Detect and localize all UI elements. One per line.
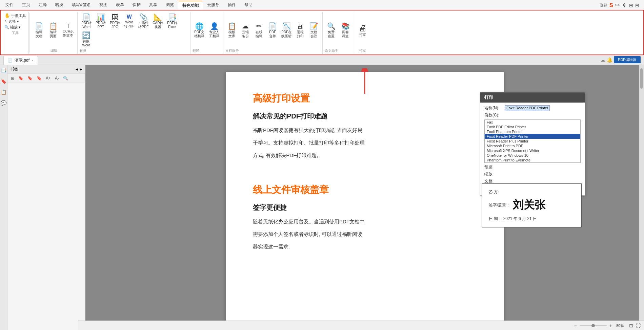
sidebar-prev[interactable]: ◀ [76, 67, 78, 71]
panel-icon-layers[interactable]: 📋 [0, 88, 7, 96]
tab-plugin[interactable]: 插件 [224, 1, 240, 10]
editor-btn[interactable]: PDF编辑器 [614, 56, 641, 63]
printer-item-7[interactable]: OneNote for Windows 10 [485, 153, 580, 158]
main-layout: 📑 🔖 📋 💬 书签 ◀ ▶ ⊞ 🔖 🔖 🔖 A+ A- 🔍 [0, 65, 644, 330]
tab-home[interactable]: 主页 [18, 1, 34, 10]
tab-browse[interactable]: 浏览 [162, 1, 178, 10]
body-sig-2: 需要添加个人签名或者标识时, 可以通过福昕阅读 [253, 229, 477, 239]
tab-special[interactable]: 特色功能 [178, 1, 203, 10]
pdf-translate-btn[interactable]: 🌐 PDF文档翻译 [193, 22, 206, 39]
notification-icon[interactable]: 🔔 [607, 57, 612, 63]
tab-protect[interactable]: 保护 [128, 1, 145, 10]
check-btn[interactable]: 🔍 免费查重 [325, 22, 338, 39]
heading-sig: 线上文件审核盖章 [253, 183, 477, 196]
panel-icon-pages[interactable]: 📑 [0, 66, 7, 74]
zoom-slider-track[interactable] [580, 325, 607, 326]
panel-icon-comments[interactable]: 💬 [0, 99, 7, 107]
convert-word-btn[interactable]: 🔄 转换Word [80, 31, 93, 48]
pdf-to-jpg-btn[interactable]: 🖼 PDF转JPG [108, 13, 122, 30]
panel-icon-bookmark[interactable]: 🔖 [0, 77, 7, 85]
online-edit-label: 在线编辑 [256, 30, 262, 38]
pdf-to-word-btn[interactable]: 📄 PDF转Word [80, 13, 93, 30]
print-dialog: 打印 名称(N): Foxit Reader PDF Printer 份数(C)… [480, 92, 585, 196]
pdf-to-ppt-btn[interactable]: 📊 PDF转PPT [94, 13, 107, 30]
printer-item-1[interactable]: Foxit PDF Editor Printer [485, 125, 580, 129]
sidebar-bk3-btn[interactable]: 🔖 [35, 75, 43, 81]
printer-item-5[interactable]: Microsoft Print to PDF [485, 144, 580, 148]
tab-file[interactable]: 文件 [1, 1, 18, 10]
meeting-btn[interactable]: 📝 文档会议 [307, 22, 320, 39]
sidebar-next[interactable]: ▶ [80, 67, 82, 71]
scan-to-pdf-btn[interactable]: 📎 扫描件转PDF [137, 13, 150, 30]
tab-view[interactable]: 视图 [95, 1, 112, 10]
online-edit-btn[interactable]: ✏ 在线编辑 [253, 22, 265, 39]
remote-print-label: 远程打印 [297, 30, 304, 38]
sidebar-bk1-btn[interactable]: 🔖 [17, 75, 25, 81]
tab-icon: 📄 [8, 58, 13, 63]
edit-doc-btn[interactable]: 📄 编辑文档 [33, 22, 45, 39]
print-icon: 🖨 [359, 24, 367, 32]
sidebar-font-smaller[interactable]: A- [54, 75, 60, 81]
sidebar-search-bk[interactable]: 🔍 [62, 75, 69, 81]
survey-btn[interactable]: 📚 阅卷调查 [339, 22, 352, 39]
pdf-merge-btn[interactable]: 📄 PDF合并 [266, 22, 279, 39]
tab-close-btn[interactable]: × [32, 59, 34, 62]
tab-sign[interactable]: 填写&签名 [68, 1, 95, 10]
tab-share[interactable]: 共享 [145, 1, 161, 10]
vertical-scrollbar[interactable] [639, 65, 644, 330]
cloud-sync-icon[interactable]: ☁ [601, 57, 605, 63]
zoom-out-icon[interactable]: − [574, 323, 577, 328]
print-section-label: 打宽 [359, 48, 366, 53]
zoom-slider-thumb[interactable] [591, 324, 595, 327]
tab-annotate[interactable]: 注释 [35, 1, 51, 10]
pdf-tab[interactable]: 📄 演示.pdf × [3, 56, 38, 65]
printer-item-8[interactable]: Phantom Print to Evernote [485, 158, 580, 162]
print-btn[interactable]: 🖨 打宽 [356, 23, 369, 38]
cad-btn[interactable]: 📐 CAD转换器 [151, 13, 165, 30]
assistant-section: 🔍 免费查重 📚 阅卷调查 论文助手 [323, 12, 354, 54]
grid-icon[interactable]: ⊞ [629, 3, 633, 8]
apps-icon[interactable]: ⊟ [635, 3, 639, 8]
login-label[interactable]: 登録 [600, 3, 607, 8]
edit-page-btn[interactable]: 📋 编辑页面 [47, 22, 60, 39]
word-icon: 📄 [82, 14, 91, 20]
ppt-icon: 📊 [97, 14, 105, 20]
zoom-tool-btn[interactable]: 🔍 缩放 ▾ [3, 24, 27, 30]
select-tool-btn[interactable]: ↖ 选择 ▾ [3, 19, 27, 24]
printer-item-0[interactable]: Fax [485, 120, 580, 125]
printer-item-3[interactable]: Foxit Reader PDF Printer [485, 134, 580, 139]
zoom-in-icon[interactable]: + [609, 323, 612, 328]
excel-icon: 📑 [168, 14, 177, 20]
tab-convert[interactable]: 转换 [51, 1, 67, 10]
printer-item-2[interactable]: Foxit Phantom Printer [485, 129, 580, 134]
tab-form[interactable]: 表单 [112, 1, 128, 10]
remote-print-btn[interactable]: 🖨 远程打印 [294, 22, 307, 39]
template-label: 模板文库 [228, 30, 235, 38]
translate-section: 🌐 PDF文档翻译 👤 专业人工翻译 翻译 [190, 12, 223, 54]
pdf-page: 高级打印设置 解决常见的PDF打印难题 福昕PDF阅读器拥有强大的打印功能, 界… [226, 72, 504, 330]
pdf-jpg-label: PDF转JPG [110, 21, 120, 29]
ocr-icon: T [66, 23, 70, 29]
convert-word-icon: 🔄 [82, 32, 90, 39]
scrollbar-thumb[interactable] [640, 68, 643, 89]
template-btn[interactable]: 📋 模板文库 [225, 22, 238, 39]
pdf-to-excel-btn[interactable]: 📑 PDF转Excel [165, 13, 179, 30]
tab-cloud[interactable]: 云服务 [203, 1, 223, 10]
cloud-backup-btn[interactable]: ☁ 云端备份 [239, 22, 252, 39]
fullscreen-icon[interactable]: ⛶ [636, 323, 641, 328]
compress-btn[interactable]: 📉 PDF在线压缩 [280, 22, 293, 39]
mic-icon[interactable]: 🎙 [622, 3, 627, 8]
tab-help[interactable]: 帮助 [240, 1, 257, 10]
printer-item-6[interactable]: Microsoft XPS Document Writer [485, 148, 580, 153]
hand-tool-btn[interactable]: ✋ 手型工具 [3, 13, 27, 19]
manual-translate-btn[interactable]: 👤 专业人工翻译 [207, 22, 221, 39]
check-icon: 🔍 [327, 23, 336, 29]
sidebar-bk2-btn[interactable]: 🔖 [26, 75, 34, 81]
fit-page-icon[interactable]: ⊡ [629, 323, 633, 328]
cursor-icon: ↖ [4, 19, 7, 24]
word-to-pdf-btn[interactable]: W Word转PDF [122, 13, 136, 29]
printer-item-4[interactable]: Foxit Reader Plus Printer [485, 139, 580, 144]
ocr-btn[interactable]: T OCR识别文本 [61, 22, 75, 39]
sidebar-font-larger[interactable]: A+ [44, 75, 52, 81]
sidebar-add-btn[interactable]: ⊞ [9, 75, 16, 81]
